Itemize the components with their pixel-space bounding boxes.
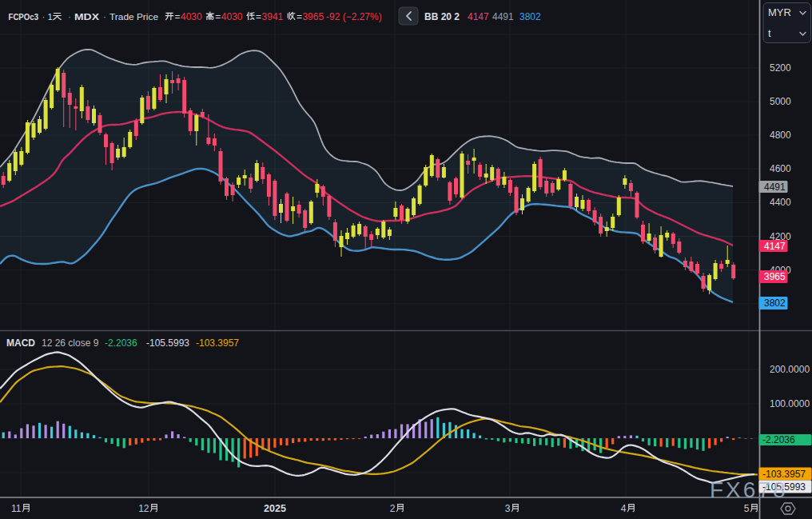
svg-text:-103.3957: -103.3957 [196,337,239,349]
svg-text:MYR: MYR [768,6,791,18]
svg-text:11: 11 [11,503,22,514]
svg-text:=: = [297,11,302,22]
svg-text:Trade Price: Trade Price [109,12,158,22]
svg-text:12 26 close 9: 12 26 close 9 [42,337,99,349]
svg-text:4800: 4800 [770,130,791,141]
svg-text:4030: 4030 [221,11,243,22]
svg-text:4147: 4147 [468,11,489,22]
svg-text:=: = [215,11,221,22]
svg-text:BB 20 2: BB 20 2 [424,11,460,22]
svg-text:-2.2036: -2.2036 [105,337,137,349]
svg-text:3802: 3802 [519,11,541,22]
svg-text:-92 (−2.27%): -92 (−2.27%) [326,11,382,22]
svg-text:=: = [175,11,181,22]
svg-text:2025: 2025 [264,503,286,514]
svg-text:1: 1 [48,12,53,22]
svg-text:4400: 4400 [770,197,791,208]
svg-text:12: 12 [138,503,149,514]
svg-text:200.0000: 200.0000 [770,364,810,375]
svg-text:=: = [256,11,261,22]
svg-text:t: t [768,27,771,39]
svg-text:-2.2036: -2.2036 [762,434,795,445]
svg-text:3965: 3965 [764,271,786,282]
svg-text:4600: 4600 [770,163,791,174]
svg-text:3941: 3941 [262,11,284,22]
svg-text:FCPOc3: FCPOc3 [9,12,39,22]
svg-text:4491: 4491 [492,11,514,22]
svg-text:5: 5 [744,503,750,514]
svg-text:·: · [42,11,46,22]
svg-text:3802: 3802 [764,297,786,309]
svg-text:5200: 5200 [770,62,791,74]
svg-text:4030: 4030 [181,11,202,22]
svg-text:MDX: MDX [74,12,99,22]
svg-text:·: · [68,11,71,22]
svg-text:FX678: FX678 [710,477,788,502]
svg-text:2: 2 [390,503,396,514]
svg-text:4147: 4147 [764,241,786,252]
svg-text:4491: 4491 [764,182,786,193]
svg-text:MACD: MACD [6,337,35,349]
svg-text:·: · [103,11,106,22]
svg-text:100.0000: 100.0000 [770,398,810,409]
svg-text:4: 4 [621,503,627,514]
svg-text:3965: 3965 [302,11,324,22]
svg-text:5000: 5000 [770,96,791,107]
svg-text:-105.5993: -105.5993 [146,337,189,349]
svg-text:3: 3 [505,503,511,514]
